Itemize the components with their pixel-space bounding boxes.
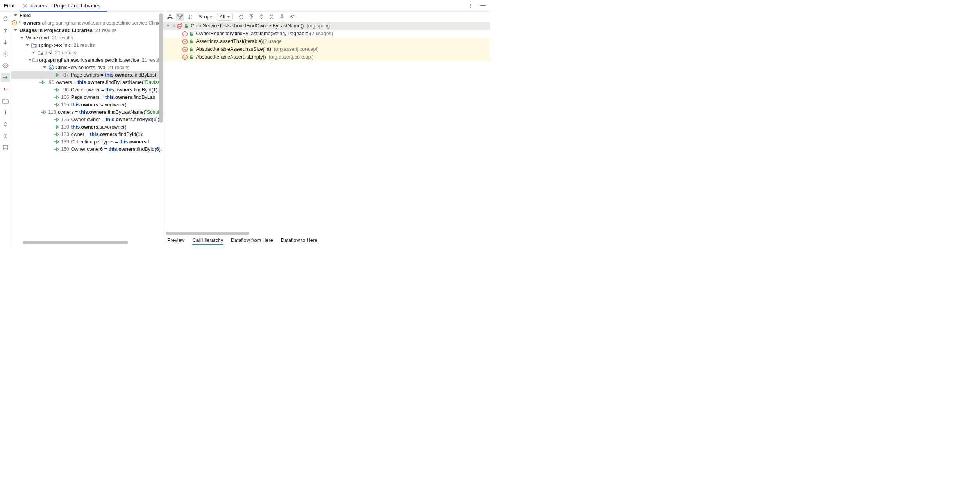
line-number: 150	[61, 147, 69, 152]
callers-list[interactable]: ✱m ClinicServiceTests.shouldFindOwnersBy…	[163, 22, 490, 236]
svg-rect-31	[190, 49, 193, 51]
lock-icon	[184, 23, 188, 29]
show-read-button[interactable]	[1, 61, 10, 70]
open-external-button[interactable]	[288, 13, 296, 21]
settings-button[interactable]	[1, 49, 10, 59]
svg-text:m: m	[178, 25, 181, 28]
signature: AbstractIterableAssert.hasSize(int)	[196, 46, 271, 52]
info-button[interactable]	[1, 108, 10, 117]
caller-row[interactable]: ✱m ClinicServiceTests.shouldFindOwnersBy…	[163, 22, 490, 30]
tree-node-file[interactable]: C ClinicServiceTests.java 21 results	[11, 64, 163, 71]
tab-dataflow-from[interactable]: Dataflow from Here	[231, 238, 273, 243]
dataflow-from-button[interactable]	[1, 84, 10, 94]
code-snippet: this.owners.save(owner);	[71, 102, 128, 107]
scope-select[interactable]: All	[217, 13, 233, 21]
usage-row[interactable]: 118owners = this.owners.findByLastName("…	[11, 108, 163, 116]
tree-node-field-target[interactable]: f owners of org.springframework.samples.…	[11, 19, 163, 27]
callees-button[interactable]	[166, 13, 174, 21]
tree-node-field[interactable]: Field	[11, 12, 163, 19]
line-number: 139	[61, 139, 69, 145]
chevron-down-icon[interactable]	[32, 51, 36, 55]
autoscroll-icon	[249, 14, 254, 20]
code-snippet: this.owners.save(owner);	[71, 124, 128, 130]
tab-dataflow-to[interactable]: Dataflow to Here	[281, 238, 317, 243]
find-results-tree-pane: Field f owners of org.springframework.sa…	[11, 12, 163, 245]
collapse-all-button[interactable]	[267, 13, 276, 21]
sort-button[interactable]: az	[186, 13, 195, 21]
chevron-down-icon[interactable]	[20, 36, 24, 40]
horizontal-scrollbar[interactable]	[166, 232, 249, 235]
vertical-scrollbar[interactable]	[159, 13, 163, 123]
usage-row[interactable]: 96Owner owner = this.owners.findById(1);	[11, 86, 163, 93]
refresh-callers-button[interactable]	[237, 13, 245, 21]
line-number: 106	[61, 95, 69, 100]
code-snippet: owner = this.owners.findById(1);	[71, 132, 143, 137]
usage-row[interactable]: 90owners = this.owners.findByLastName("D…	[11, 79, 163, 86]
tab-preview[interactable]: Preview	[167, 238, 184, 243]
tree-node-package[interactable]: org.springframework.samples.petclinic.se…	[11, 56, 163, 64]
read-access-icon	[54, 72, 59, 78]
results-tree[interactable]: Field f owners of org.springframework.sa…	[11, 12, 163, 245]
chevron-down-icon[interactable]	[26, 43, 30, 47]
usage-row[interactable]: 115this.owners.save(owner);	[11, 101, 163, 108]
minimize-button[interactable]	[477, 0, 488, 11]
chevron-down-icon[interactable]	[29, 58, 31, 62]
close-icon[interactable]	[23, 4, 28, 8]
expand-all-icon	[259, 14, 264, 20]
collapse-button[interactable]	[1, 131, 10, 141]
usage-row[interactable]: 133owner = this.owners.findById(1);	[11, 131, 163, 138]
lock-icon	[189, 46, 193, 52]
callers-button[interactable]	[176, 13, 184, 21]
svg-point-16	[182, 15, 183, 16]
package-label: (org.spring	[306, 23, 330, 29]
usages-header: Usages in Project and Libraries	[20, 28, 93, 33]
caller-row[interactable]: m OwnerRepository.findByLastName(String,…	[163, 30, 490, 38]
expand-all-button[interactable]	[257, 13, 266, 21]
caller-row[interactable]: m AbstractIterableAssert.hasSize(int) (o…	[163, 45, 490, 53]
horizontal-scrollbar[interactable]	[23, 241, 128, 244]
list-icon	[3, 145, 8, 150]
external-icon	[290, 14, 295, 20]
caller-row[interactable]: m AbstractIterableAssert.isEmpty() (org.…	[163, 53, 490, 61]
usage-row[interactable]: 125Owner owner = this.owners.findById(1)…	[11, 116, 163, 123]
caller-row[interactable]: m Assertions.assertThat(Iterable)(2 usag…	[163, 38, 490, 45]
rerun-button[interactable]	[1, 14, 10, 23]
usage-row[interactable]: 150Owner owner6 = this.owners.findById(6…	[11, 145, 163, 153]
field-owner-class: org.springframework.samples.petclinic.se…	[47, 20, 163, 26]
pin-button[interactable]	[277, 13, 286, 21]
chevron-down-icon[interactable]	[43, 66, 47, 70]
package-icon	[32, 57, 38, 63]
usage-count: (2 usage	[263, 39, 282, 44]
up-button[interactable]	[1, 26, 10, 35]
method-icon: m	[182, 31, 188, 36]
svg-text:f: f	[14, 21, 15, 25]
find-results-tab[interactable]: owners in Project and Libraries	[20, 0, 105, 12]
chevron-down-icon[interactable]	[166, 24, 170, 28]
tree-node-module[interactable]: spring-petclinic 21 results	[11, 41, 163, 49]
more-options-button[interactable]	[465, 0, 476, 11]
svg-point-12	[168, 18, 169, 19]
chevron-down-icon[interactable]	[14, 29, 18, 32]
read-access-icon	[54, 139, 59, 145]
value-read-count: 21 results	[52, 35, 73, 41]
value-read-label: Value read	[26, 35, 49, 41]
list-view-button[interactable]	[1, 143, 10, 152]
tree-node-test[interactable]: test 21 results	[11, 49, 163, 56]
tree-node-value-read[interactable]: Value read 21 results	[11, 34, 163, 41]
usage-row[interactable]: 87Page owners = this.owners.findByLast	[11, 71, 163, 79]
dataflow-to-button[interactable]	[1, 73, 10, 82]
usage-row[interactable]: 130this.owners.save(owner);	[11, 123, 163, 131]
new-folder-button[interactable]	[1, 96, 10, 106]
scope-label: Scope:	[199, 14, 214, 20]
autoscroll-button[interactable]	[247, 13, 256, 21]
svg-point-14	[180, 18, 181, 19]
expand-button[interactable]	[1, 120, 10, 129]
tool-window-title: Find	[0, 3, 20, 9]
down-button[interactable]	[1, 38, 10, 47]
tree-node-usages[interactable]: Usages in Project and Libraries 21 resul…	[11, 27, 163, 34]
usage-row[interactable]: 106Page owners = this.owners.findByLas	[11, 93, 163, 101]
tab-call-hierarchy[interactable]: Call Hierarchy	[192, 238, 223, 243]
svg-rect-34	[190, 57, 193, 59]
chevron-down-icon[interactable]	[14, 14, 18, 18]
usage-row[interactable]: 139Collection petTypes = this.owners.f	[11, 138, 163, 145]
